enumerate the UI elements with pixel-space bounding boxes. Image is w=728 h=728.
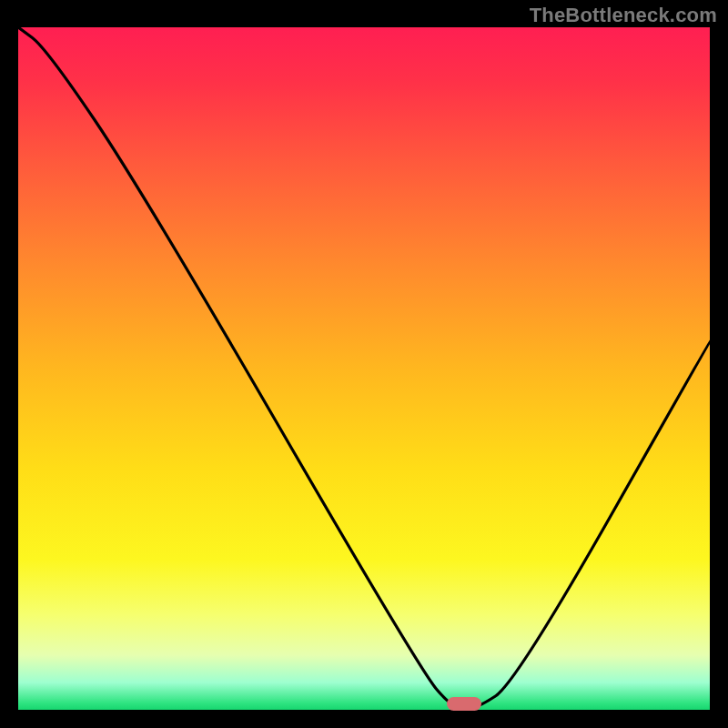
plot-area <box>18 27 710 710</box>
chart-frame: TheBottleneck.com <box>0 0 728 728</box>
watermark-text: TheBottleneck.com <box>530 4 717 27</box>
bottleneck-curve <box>18 27 710 710</box>
curve-path <box>18 27 710 710</box>
optimal-range-marker <box>447 697 481 711</box>
